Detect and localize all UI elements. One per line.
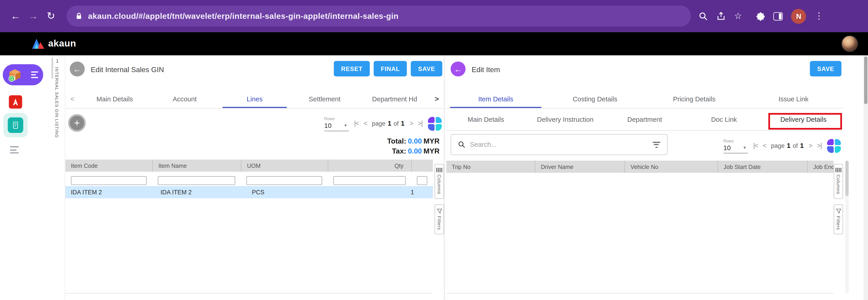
last-page-button[interactable]: >| [817, 142, 822, 149]
back-button[interactable]: ← [70, 61, 85, 77]
tab-costing-details[interactable]: Costing Details [546, 90, 645, 108]
rows-per-page-select[interactable]: Rows 10▼ [324, 116, 348, 131]
address-bar[interactable]: akaun.cloud/#/applet/tnt/wavelet/erp/int… [66, 5, 691, 27]
akaun-logo[interactable]: akaun [32, 38, 76, 50]
col-vehicle-no[interactable]: Vehicle No [624, 160, 717, 173]
tab-pricing-details[interactable]: Pricing Details [645, 90, 744, 108]
scrollbar-thumb[interactable] [864, 57, 868, 104]
logo-text: akaun [48, 38, 76, 50]
tab-settlement[interactable]: Settlement [290, 90, 360, 108]
tab-department-hdr[interactable]: Department Hd [360, 90, 430, 108]
columns-side-tab[interactable]: Columns [834, 164, 843, 199]
chevron-down-icon: ▼ [344, 124, 347, 127]
extensions-icon[interactable] [756, 11, 765, 21]
mini-scrollbar[interactable] [52, 58, 53, 79]
right-panel-header: ← Edit Item SAVE [446, 60, 843, 80]
subtab-doc-link[interactable]: Doc Link [684, 109, 764, 130]
filters-side-tab[interactable]: Filters [434, 204, 444, 234]
applet-grid-icon[interactable] [827, 139, 841, 153]
tabs-scroll-left-icon[interactable]: < [65, 90, 80, 108]
browser-toolbar: ← → ↻ akaun.cloud/#/applet/tnt/wavelet/e… [0, 0, 868, 32]
col-item-name[interactable]: Item Name [152, 159, 241, 172]
list-menu-icon[interactable] [10, 146, 19, 153]
search-field[interactable] [451, 134, 668, 155]
user-avatar[interactable] [841, 35, 858, 52]
rows-per-page-select[interactable]: Rows 10▼ [723, 138, 748, 153]
tabs-scroll-right-icon[interactable]: > [430, 90, 444, 108]
page-word: page [372, 120, 385, 127]
save-button[interactable]: SAVE [411, 61, 442, 77]
of-word: of [793, 142, 798, 149]
pdf-applet-icon[interactable] [9, 95, 22, 109]
prev-page-button[interactable]: < [364, 120, 367, 127]
browser-back-icon[interactable]: ← [7, 7, 24, 25]
reset-button[interactable]: RESET [334, 61, 370, 77]
filter-item-name-input[interactable] [158, 176, 235, 185]
browser-forward-icon[interactable]: → [24, 7, 42, 25]
add-line-button[interactable]: + [68, 114, 86, 132]
listing-tab-index: 1 [56, 58, 59, 63]
col-uom[interactable]: UOM [241, 159, 328, 172]
right-panel-tabs: Item Details Costing Details Pricing Det… [446, 90, 843, 109]
filters-side-tab[interactable]: Filters [834, 204, 843, 234]
first-page-button[interactable]: |< [753, 142, 758, 149]
tab-issue-link[interactable]: Issue Link [744, 90, 843, 108]
browser-reload-icon[interactable]: ↻ [42, 7, 60, 25]
listing-tab-label[interactable]: INTERNAL SALES GIN LISTING [54, 67, 59, 138]
last-page-button[interactable]: >| [418, 120, 423, 127]
bookmark-star-icon[interactable]: ☆ [734, 11, 742, 21]
browser-menu-icon[interactable]: ⋮ [814, 11, 824, 21]
search-input[interactable] [470, 141, 648, 148]
first-page-button[interactable]: |< [354, 120, 359, 127]
delivery-table: Trip No Driver Name Vehicle No Job Start… [446, 160, 834, 293]
filter-list-icon[interactable] [652, 142, 660, 148]
col-job-start-date[interactable]: Job Start Date [717, 160, 807, 173]
col-item-code[interactable]: Item Code [65, 159, 152, 172]
applet-grid-icon[interactable] [428, 117, 442, 130]
tab-lines[interactable]: Lines [220, 90, 290, 108]
col-job-end-date[interactable]: Job End Date [807, 160, 834, 173]
subtab-delivery-instruction[interactable]: Delivery Instruction [526, 109, 605, 130]
scrollbar-thumb[interactable] [845, 160, 849, 196]
back-arrow-icon: ← [454, 64, 462, 74]
billing-applet-highlight[interactable] [3, 113, 28, 137]
columns-side-tab[interactable]: Columns [434, 164, 444, 199]
table-header-row: Trip No Driver Name Vehicle No Job Start… [446, 160, 834, 173]
filter-item-code-input[interactable] [71, 176, 147, 185]
rows-value: 10 [324, 122, 332, 129]
col-trip-no[interactable]: Trip No [446, 160, 535, 173]
search-icon[interactable] [699, 11, 708, 21]
save-button[interactable]: SAVE [810, 61, 841, 77]
package-icon [8, 67, 22, 82]
next-page-button[interactable]: > [409, 120, 413, 127]
share-icon[interactable] [716, 11, 726, 21]
rows-label: Rows [723, 138, 748, 143]
columns-icon [835, 168, 841, 172]
columns-icon [436, 168, 442, 172]
side-panel-icon[interactable] [774, 12, 783, 21]
col-qty[interactable]: Qty [328, 159, 411, 172]
tab-main-details[interactable]: Main Details [80, 90, 150, 108]
back-button[interactable]: ← [451, 61, 465, 77]
app-rail [0, 55, 51, 300]
col-driver-name[interactable]: Driver Name [535, 160, 625, 173]
of-word: of [394, 120, 399, 127]
tab-account[interactable]: Account [150, 90, 220, 108]
subtab-main-details[interactable]: Main Details [446, 109, 526, 130]
subtab-department[interactable]: Department [605, 109, 684, 130]
filter-qty-input[interactable] [333, 176, 405, 185]
profile-avatar[interactable]: N [791, 9, 806, 24]
filter-extra-input[interactable] [417, 176, 427, 185]
rail-item-internal-sales-gin[interactable] [3, 64, 43, 85]
panel-scrollbar[interactable] [845, 160, 849, 293]
left-panel-tabs: < Main Details Account Lines Settlement … [65, 90, 444, 109]
page-scrollbar[interactable] [864, 55, 868, 300]
next-page-button[interactable]: > [809, 142, 812, 149]
right-side-tabs: Columns Filters [834, 164, 843, 234]
left-panel-header: ← Edit Internal Sales GIN RESET FINAL SA… [65, 60, 444, 80]
table-row[interactable]: IDA ITEM 2 IDA ITEM 2 PCS 1 [65, 186, 433, 199]
tab-item-details[interactable]: Item Details [446, 90, 546, 108]
prev-page-button[interactable]: < [763, 142, 766, 149]
final-button[interactable]: FINAL [373, 61, 407, 77]
filter-uom-input[interactable] [246, 176, 322, 185]
